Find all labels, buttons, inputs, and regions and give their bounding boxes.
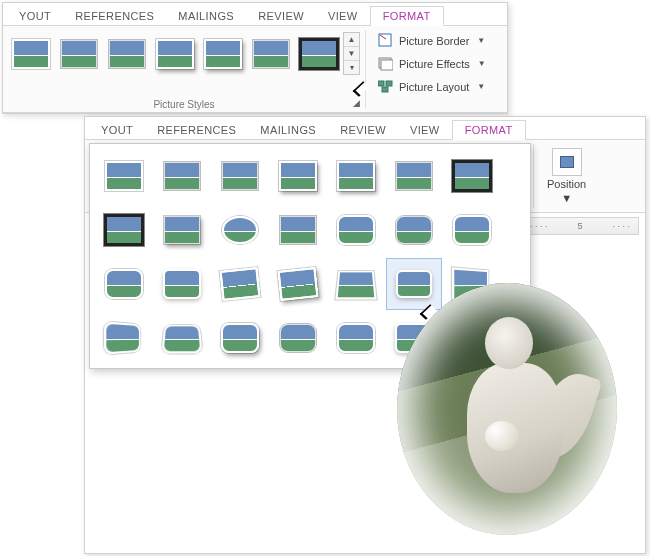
picture-border-icon bbox=[378, 33, 393, 48]
style-thumb[interactable] bbox=[328, 204, 384, 256]
gallery-scroll: ▲ ▼ ▾ bbox=[343, 32, 360, 75]
picture-border-label: Picture Border bbox=[399, 35, 469, 47]
picture-effects-label: Picture Effects bbox=[399, 58, 470, 70]
style-thumb[interactable] bbox=[96, 204, 152, 256]
style-thumb[interactable] bbox=[9, 32, 53, 76]
position-icon bbox=[552, 148, 582, 176]
ribbon-window-expanded: YOUT REFERENCES MAILINGS REVIEW VIEW FOR… bbox=[84, 116, 646, 554]
style-thumb[interactable] bbox=[212, 258, 268, 310]
svg-rect-4 bbox=[386, 81, 392, 86]
ruler-number: 5 bbox=[578, 221, 583, 231]
style-thumb[interactable] bbox=[444, 204, 500, 256]
position-label: Position bbox=[547, 178, 586, 190]
style-thumb[interactable] bbox=[105, 32, 149, 76]
style-thumb[interactable] bbox=[153, 32, 197, 76]
style-thumb[interactable] bbox=[154, 150, 210, 202]
tab-review[interactable]: REVIEW bbox=[328, 121, 398, 139]
position-button[interactable]: Position ▼ bbox=[541, 146, 592, 206]
group-separator bbox=[365, 30, 366, 108]
style-thumb[interactable] bbox=[270, 312, 326, 364]
gallery-row-up[interactable]: ▲ bbox=[344, 33, 359, 47]
svg-rect-5 bbox=[382, 87, 388, 92]
chevron-down-icon: ▼ bbox=[478, 59, 486, 68]
chevron-down-icon: ▼ bbox=[561, 192, 572, 204]
tab-references[interactable]: REFERENCES bbox=[145, 121, 248, 139]
style-thumb[interactable] bbox=[386, 150, 442, 202]
svg-rect-2 bbox=[381, 60, 393, 70]
dialog-launcher[interactable]: ◢ bbox=[349, 96, 363, 110]
tab-review[interactable]: REVIEW bbox=[246, 7, 316, 25]
gallery-more-button[interactable]: ▾ bbox=[344, 61, 359, 74]
style-thumb[interactable] bbox=[96, 312, 152, 364]
style-thumb[interactable] bbox=[249, 32, 293, 76]
tab-view[interactable]: VIEW bbox=[398, 121, 452, 139]
style-thumb[interactable] bbox=[270, 150, 326, 202]
style-thumb[interactable] bbox=[212, 204, 268, 256]
tab-format[interactable]: FORMAT bbox=[452, 120, 526, 140]
style-thumb[interactable] bbox=[212, 312, 268, 364]
chevron-down-icon: ▼ bbox=[477, 82, 485, 91]
style-thumb[interactable] bbox=[270, 258, 326, 310]
picture-format-commands: Picture Border▼ Picture Effects▼ Picture… bbox=[371, 30, 493, 97]
tab-mailings[interactable]: MAILINGS bbox=[166, 7, 246, 25]
group-separator bbox=[533, 144, 534, 208]
document-image-preview[interactable] bbox=[397, 283, 617, 535]
picture-layout-icon bbox=[378, 79, 393, 94]
style-thumb[interactable] bbox=[328, 150, 384, 202]
style-thumb[interactable] bbox=[328, 258, 384, 310]
tab-mailings[interactable]: MAILINGS bbox=[248, 121, 328, 139]
picture-effects-icon bbox=[378, 56, 393, 71]
picture-layout-button[interactable]: Picture Layout▼ bbox=[371, 76, 493, 97]
ribbon-window-collapsed: YOUT REFERENCES MAILINGS REVIEW VIEW FOR… bbox=[2, 2, 508, 114]
style-thumb[interactable] bbox=[201, 32, 245, 76]
style-thumb[interactable] bbox=[297, 32, 341, 76]
horizontal-ruler[interactable]: · · · · 5 · · · · bbox=[525, 217, 639, 235]
style-thumb[interactable] bbox=[328, 312, 384, 364]
picture-layout-label: Picture Layout bbox=[399, 81, 469, 93]
tabs-bar: YOUT REFERENCES MAILINGS REVIEW VIEW FOR… bbox=[85, 117, 645, 140]
tabs-bar: YOUT REFERENCES MAILINGS REVIEW VIEW FOR… bbox=[3, 3, 507, 26]
style-thumb[interactable] bbox=[444, 150, 500, 202]
ruler-mark: · · · · bbox=[530, 221, 548, 231]
gallery-row-down[interactable]: ▼ bbox=[344, 47, 359, 61]
svg-rect-3 bbox=[378, 81, 384, 86]
chevron-down-icon: ▼ bbox=[477, 36, 485, 45]
style-thumb[interactable] bbox=[154, 258, 210, 310]
style-thumb[interactable] bbox=[154, 204, 210, 256]
picture-effects-button[interactable]: Picture Effects▼ bbox=[371, 53, 493, 74]
tab-format[interactable]: FORMAT bbox=[370, 6, 444, 26]
style-thumb[interactable] bbox=[386, 204, 442, 256]
tab-layout[interactable]: YOUT bbox=[89, 121, 145, 139]
group-label-picture-styles: Picture Styles bbox=[3, 99, 365, 110]
tab-references[interactable]: REFERENCES bbox=[63, 7, 166, 25]
angel-figure bbox=[445, 313, 595, 523]
ruler-mark: · · · · bbox=[613, 221, 631, 231]
tab-layout[interactable]: YOUT bbox=[7, 7, 63, 25]
style-thumb[interactable] bbox=[96, 258, 152, 310]
style-thumb[interactable] bbox=[212, 150, 268, 202]
tab-view[interactable]: VIEW bbox=[316, 7, 370, 25]
style-thumb[interactable] bbox=[96, 150, 152, 202]
style-thumb[interactable] bbox=[270, 204, 326, 256]
ribbon: ▲ ▼ ▾ Picture Border▼ Picture Effects▼ P… bbox=[3, 26, 507, 113]
style-thumb[interactable] bbox=[57, 32, 101, 76]
style-thumb[interactable] bbox=[154, 312, 210, 364]
picture-styles-gallery bbox=[9, 32, 341, 76]
picture-border-button[interactable]: Picture Border▼ bbox=[371, 30, 493, 51]
style-thumb-hovered[interactable] bbox=[386, 258, 442, 310]
